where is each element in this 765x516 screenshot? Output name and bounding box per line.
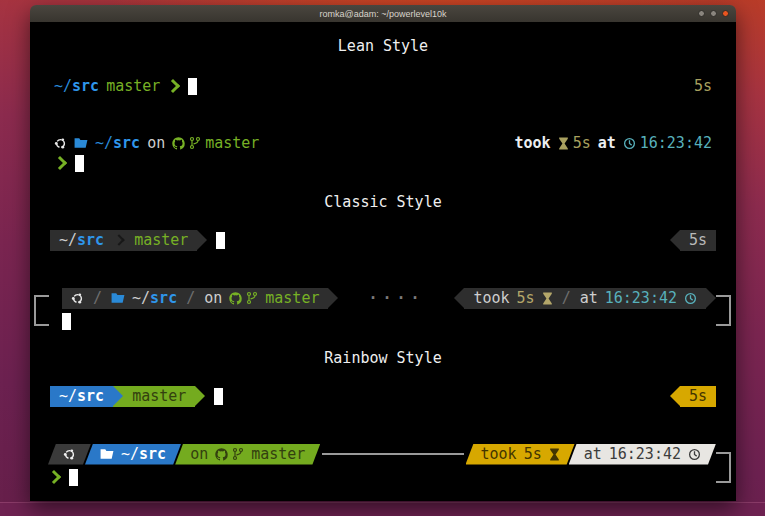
os-segment xyxy=(48,444,91,465)
git-segment: on master xyxy=(175,444,320,465)
right-prompt-bar: took 5s / at 16:23:42 xyxy=(464,288,706,309)
github-octocat-icon xyxy=(172,137,185,150)
on-label: on xyxy=(190,445,208,463)
heading-text: Lean Style xyxy=(338,37,428,55)
git-branch-name: master xyxy=(205,134,259,152)
at-label: at xyxy=(584,445,602,463)
segment-boundary xyxy=(113,386,123,407)
hourglass-icon xyxy=(542,292,553,305)
maximize-button[interactable] xyxy=(710,10,717,17)
duration-segment: 5s xyxy=(680,230,716,251)
github-octocat-icon xyxy=(229,292,242,305)
classic-prompt-1: ~/src master 5s xyxy=(30,230,736,250)
ubuntu-os-icon xyxy=(63,448,76,461)
rainbow-prompt-2-line2 xyxy=(30,467,736,487)
lean-prompt-2-line2 xyxy=(30,153,736,173)
terminal-cursor[interactable] xyxy=(62,313,71,330)
powerline-start-cap xyxy=(454,288,464,308)
dir-segment: ~/src master xyxy=(50,230,197,251)
powerline-end-cap xyxy=(195,386,205,406)
current-time: 16:23:42 xyxy=(605,289,677,307)
dir-segment: ~/src xyxy=(50,386,113,407)
duration-segment: took 5s xyxy=(466,444,575,465)
command-duration: 5s xyxy=(573,134,591,152)
close-button[interactable] xyxy=(722,10,729,17)
git-branch-icon xyxy=(246,291,258,305)
terminal-cursor[interactable] xyxy=(75,155,84,172)
section-heading-rainbow: Rainbow Style xyxy=(30,348,736,368)
classic-prompt-2-line1: / ~/src / on master ···· xyxy=(62,288,716,308)
dir-prefix: ~/ xyxy=(59,231,77,249)
github-octocat-icon xyxy=(215,448,228,461)
prompt-connector-line xyxy=(322,453,463,455)
subsegment-separator-icon xyxy=(113,234,124,245)
prompt-chevron-icon xyxy=(47,470,61,484)
on-label: on xyxy=(204,289,222,307)
terminal-cursor[interactable] xyxy=(188,78,197,95)
at-label: at xyxy=(580,289,598,307)
terminal-content[interactable]: Lean Style ~/src master 5s ~/src on xyxy=(30,22,736,501)
desktop-wallpaper-horizon xyxy=(0,502,765,516)
window-title: romka@adam: ~/powerlevel10k xyxy=(320,9,447,19)
terminal-cursor[interactable] xyxy=(69,469,78,486)
minimize-button[interactable] xyxy=(698,10,705,17)
dir-prefix: ~/ xyxy=(132,289,150,307)
duration-segment: 5s xyxy=(680,386,716,407)
git-branch-name: master xyxy=(251,445,305,463)
prompt-chevron-icon xyxy=(53,156,67,170)
git-branch-name: master xyxy=(265,289,319,307)
dir-anchor: src xyxy=(139,445,166,463)
subsegment-separator: / xyxy=(560,289,573,307)
left-prompt-bar: / ~/src / on master xyxy=(62,288,328,309)
clock-icon xyxy=(688,448,701,461)
folder-icon xyxy=(100,448,114,460)
dir-prefix: ~/ xyxy=(95,134,113,152)
terminal-cursor[interactable] xyxy=(214,388,223,405)
ubuntu-os-icon xyxy=(54,137,67,150)
window-titlebar[interactable]: romka@adam: ~/powerlevel10k xyxy=(30,5,736,22)
rainbow-prompt-1: ~/src master 5s xyxy=(30,386,736,406)
folder-icon xyxy=(111,292,125,304)
lean-prompt-1: ~/src master 5s xyxy=(30,76,736,96)
branch-segment: master xyxy=(123,386,195,407)
heading-text: Classic Style xyxy=(324,193,441,211)
dir-anchor: src xyxy=(77,387,104,405)
clock-icon xyxy=(623,137,636,150)
command-duration: 5s xyxy=(689,387,707,405)
powerline-start-cap xyxy=(670,230,680,250)
current-time: 16:23:42 xyxy=(609,445,681,463)
hourglass-icon xyxy=(549,448,560,461)
heading-text: Rainbow Style xyxy=(324,349,441,367)
powerline-end-cap xyxy=(197,230,207,250)
terminal-cursor[interactable] xyxy=(216,232,225,249)
ubuntu-os-icon xyxy=(71,292,84,305)
git-branch-name: master xyxy=(134,231,188,249)
took-label: took xyxy=(473,289,509,307)
subsegment-separator: / xyxy=(91,289,104,307)
powerline-end-cap xyxy=(328,288,338,308)
powerline-end-cap xyxy=(706,288,716,308)
hourglass-icon xyxy=(558,137,569,150)
dir-anchor: src xyxy=(113,134,140,152)
time-segment: at 16:23:42 xyxy=(569,444,716,465)
dir-prefix: ~/ xyxy=(59,387,77,405)
dir-anchor: src xyxy=(77,231,104,249)
terminal-window: romka@adam: ~/powerlevel10k Lean Style ~… xyxy=(30,5,736,501)
command-duration: 5s xyxy=(694,77,712,95)
folder-icon xyxy=(74,137,88,149)
prompt-chevron-icon xyxy=(166,79,180,93)
git-branch-icon xyxy=(189,136,201,150)
command-duration: 5s xyxy=(517,289,535,307)
command-duration: 5s xyxy=(689,231,707,249)
dir-prefix: ~/ xyxy=(54,77,72,95)
current-time: 16:23:42 xyxy=(640,134,712,152)
section-heading-lean: Lean Style xyxy=(30,36,736,56)
subsegment-separator: / xyxy=(184,289,197,307)
classic-prompt-2-line2 xyxy=(62,311,736,331)
dir-segment: ~/src xyxy=(85,444,181,465)
command-duration: 5s xyxy=(524,445,542,463)
lean-prompt-2-line1: ~/src on master took 5s at xyxy=(30,133,736,153)
at-label: at xyxy=(598,134,616,152)
git-branch-name: master xyxy=(106,77,160,95)
git-branch-name: master xyxy=(132,387,186,405)
